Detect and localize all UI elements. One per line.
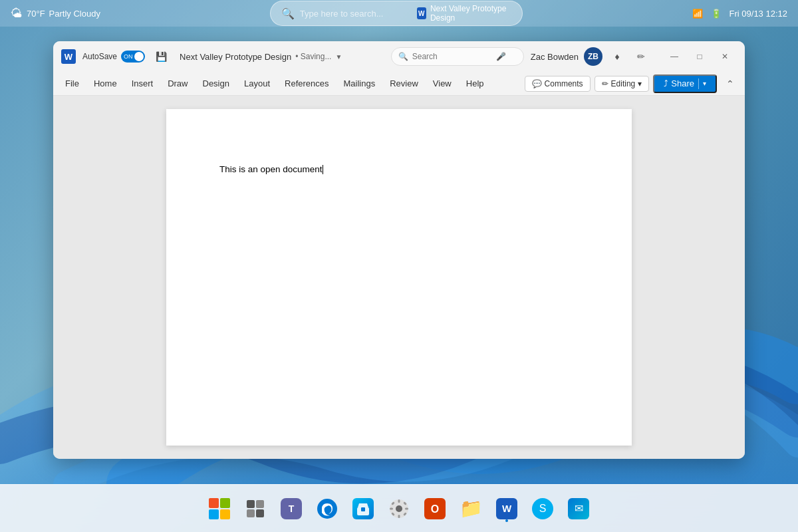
top-search-input[interactable]: [300, 9, 412, 19]
word-logo: W: [61, 49, 76, 64]
comments-button[interactable]: 💬 Comments: [525, 76, 591, 92]
save-indicator: • Saving...: [295, 52, 331, 61]
window-controls: — □ ✕: [662, 47, 737, 66]
close-button[interactable]: ✕: [713, 47, 737, 66]
pen-icon-button[interactable]: ✏: [632, 47, 650, 66]
document-text: This is an open document: [219, 164, 323, 174]
menu-references[interactable]: References: [278, 76, 335, 91]
svg-rect-11: [398, 499, 400, 503]
document-title-area[interactable]: Next Valley Prototype Design • Saving...…: [180, 52, 384, 62]
active-doc-name: Next Valley Prototype Design: [430, 4, 511, 23]
svg-point-10: [396, 505, 402, 512]
menu-bar-right: 💬 Comments ✏ Editing ▾ ⤴ Share ▾ ⌃: [525, 74, 739, 93]
menu-insert[interactable]: Insert: [125, 76, 160, 91]
taskbar-store-button[interactable]: [347, 493, 379, 525]
save-icon-button[interactable]: 💾: [152, 47, 170, 66]
weather-widget[interactable]: 🌤 70°F Partly Cloudy: [11, 7, 100, 21]
autosave-toggle[interactable]: ON: [121, 51, 145, 63]
microphone-icon[interactable]: 🎤: [496, 52, 506, 61]
diamond-icon-button[interactable]: ♦: [608, 47, 626, 66]
user-area: Zac Bowden ZB ♦ ✏: [531, 47, 650, 66]
document-page[interactable]: This is an open document: [166, 109, 632, 446]
menu-bar: File Home Insert Draw Design Layout Refe…: [53, 72, 745, 96]
taskbar-settings-button[interactable]: [383, 493, 415, 525]
mail-icon: ✉: [568, 498, 589, 519]
office-icon: O: [424, 498, 446, 519]
file-explorer-icon: 📁: [460, 497, 483, 519]
svg-rect-4: [256, 509, 264, 517]
svg-rect-1: [247, 500, 255, 508]
autosave-area: AutoSave ON: [82, 51, 145, 63]
taskbar-start-button[interactable]: [203, 493, 235, 525]
svg-rect-3: [247, 509, 255, 517]
user-avatar[interactable]: ZB: [584, 47, 602, 66]
widgets-icon: [245, 499, 265, 519]
edge-icon: [317, 498, 338, 519]
taskbar-mail-button[interactable]: ✉: [563, 493, 595, 525]
svg-rect-12: [398, 515, 400, 518]
svg-rect-2: [256, 500, 264, 508]
word-taskbar-icon: W: [496, 498, 517, 519]
toggle-on-label: ON: [124, 53, 133, 60]
windows-logo-icon: [209, 498, 230, 519]
teams-icon: T: [281, 498, 302, 519]
taskbar: T: [0, 484, 798, 532]
editing-label: Editing: [611, 79, 636, 88]
taskbar-file-explorer-button[interactable]: 📁: [455, 493, 487, 525]
skype-icon: S: [532, 498, 553, 519]
autosave-label: AutoSave: [82, 52, 117, 61]
svg-text:O: O: [431, 503, 439, 515]
weather-icon: 🌤: [11, 7, 23, 21]
share-icon: ⤴: [664, 78, 668, 88]
menu-draw[interactable]: Draw: [161, 76, 194, 91]
menu-file[interactable]: File: [59, 76, 86, 91]
top-search-bar[interactable]: 🔍 W Next Valley Prototype Design: [270, 1, 523, 26]
menu-design[interactable]: Design: [196, 76, 236, 91]
taskbar-word-button[interactable]: W: [491, 493, 523, 525]
menu-review[interactable]: Review: [383, 76, 425, 91]
word-window: W AutoSave ON 💾 Next Valley Prototype De…: [53, 41, 745, 459]
editing-chevron-icon: ▾: [638, 79, 642, 88]
battery-icon: 🔋: [711, 9, 722, 19]
title-search-box[interactable]: 🔍 🎤: [391, 47, 524, 66]
title-bar: W AutoSave ON 💾 Next Valley Prototype De…: [53, 41, 745, 72]
share-button[interactable]: ⤴ Share ▾: [653, 74, 717, 93]
taskbar-skype-button[interactable]: S: [527, 493, 559, 525]
taskbar-edge-button[interactable]: [311, 493, 343, 525]
menu-help[interactable]: Help: [460, 76, 491, 91]
weather-condition: Partly Cloudy: [49, 9, 100, 19]
share-label: Share: [671, 78, 694, 88]
active-doc-label: W Next Valley Prototype Design: [417, 4, 511, 23]
svg-rect-13: [390, 507, 393, 509]
editing-button[interactable]: ✏ Editing ▾: [595, 76, 650, 92]
text-cursor: [323, 165, 323, 174]
wifi-icon: 📶: [692, 9, 703, 19]
title-chevron-icon[interactable]: ▼: [335, 53, 342, 61]
system-taskbar: 🌤 70°F Partly Cloudy 🔍 W Next Valley Pro…: [0, 0, 798, 27]
svg-rect-8: [361, 507, 365, 511]
minimize-button[interactable]: —: [662, 47, 686, 66]
datetime-display: Fri 09/13 12:12: [730, 9, 787, 19]
taskbar-office-button[interactable]: O: [419, 493, 451, 525]
taskbar-widgets-button[interactable]: [239, 493, 271, 525]
document-area[interactable]: This is an open document: [53, 96, 745, 459]
menu-home[interactable]: Home: [87, 76, 124, 91]
pencil-icon: ✏: [602, 79, 608, 88]
comments-label: Comments: [545, 79, 583, 88]
svg-point-5: [317, 499, 337, 519]
desktop: 🌤 70°F Partly Cloudy 🔍 W Next Valley Pro…: [0, 0, 798, 532]
share-divider: [698, 78, 699, 89]
quick-access-toolbar: 💾: [152, 47, 170, 66]
temperature: 70°F: [27, 9, 45, 19]
menu-mailings[interactable]: Mailings: [337, 76, 382, 91]
maximize-button[interactable]: □: [688, 47, 712, 66]
document-content[interactable]: This is an open document: [219, 162, 579, 177]
ribbon-collapse-button[interactable]: ⌃: [721, 74, 739, 93]
taskbar-teams-button[interactable]: T: [275, 493, 307, 525]
menu-view[interactable]: View: [426, 76, 458, 91]
comment-icon: 💬: [532, 79, 542, 88]
word-active-indicator: [505, 519, 508, 522]
menu-layout[interactable]: Layout: [237, 76, 277, 91]
title-search-input[interactable]: [412, 52, 492, 61]
top-search-area: 🔍 W Next Valley Prototype Design: [100, 1, 692, 26]
